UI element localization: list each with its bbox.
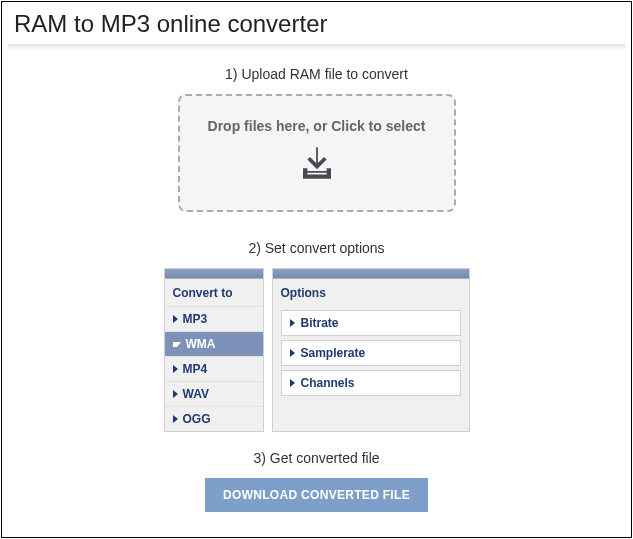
triangle-icon [173,315,178,323]
option-label: Channels [301,376,355,390]
option-label: Bitrate [301,316,339,330]
options-panels: Convert to MP3WMAMP4WAVOGG Options Bitra… [42,268,591,432]
dropzone-text: Drop files here, or Click to select [208,118,426,134]
format-label: WAV [183,387,209,401]
format-item-wma[interactable]: WMA [165,331,263,356]
options-title: Options [273,279,469,306]
upload-dropzone[interactable]: Drop files here, or Click to select [178,94,456,212]
step3-label: 3) Get converted file [42,450,591,466]
download-button[interactable]: DOWNLOAD CONVERTED FILE [205,478,428,512]
format-label: MP3 [183,312,208,326]
option-item-channels[interactable]: Channels [281,370,461,396]
triangle-icon [290,379,295,387]
panel-header-bar [273,269,469,279]
upload-icon [296,142,338,188]
format-item-ogg[interactable]: OGG [165,406,263,431]
step1-label: 1) Upload RAM file to convert [42,66,591,82]
triangle-icon [173,342,181,347]
options-panel: Options BitrateSamplerateChannels [272,268,470,432]
triangle-icon [173,415,178,423]
page-title: RAM to MP3 online converter [2,2,631,44]
content: 1) Upload RAM file to convert Drop files… [2,50,631,512]
format-item-mp4[interactable]: MP4 [165,356,263,381]
step2-label: 2) Set convert options [42,240,591,256]
format-item-mp3[interactable]: MP3 [165,306,263,331]
format-item-wav[interactable]: WAV [165,381,263,406]
triangle-icon [173,365,178,373]
format-label: WMA [186,337,216,351]
format-list: MP3WMAMP4WAVOGG [165,306,263,431]
app-frame: RAM to MP3 online converter 1) Upload RA… [1,1,632,538]
panel-header-bar [165,269,263,279]
options-list: BitrateSamplerateChannels [273,310,469,396]
convert-to-title: Convert to [165,279,263,306]
triangle-icon [290,349,295,357]
convert-to-panel: Convert to MP3WMAMP4WAVOGG [164,268,264,432]
triangle-icon [290,319,295,327]
option-item-samplerate[interactable]: Samplerate [281,340,461,366]
triangle-icon [173,390,178,398]
option-label: Samplerate [301,346,366,360]
format-label: OGG [183,412,211,426]
option-item-bitrate[interactable]: Bitrate [281,310,461,336]
format-label: MP4 [183,362,208,376]
